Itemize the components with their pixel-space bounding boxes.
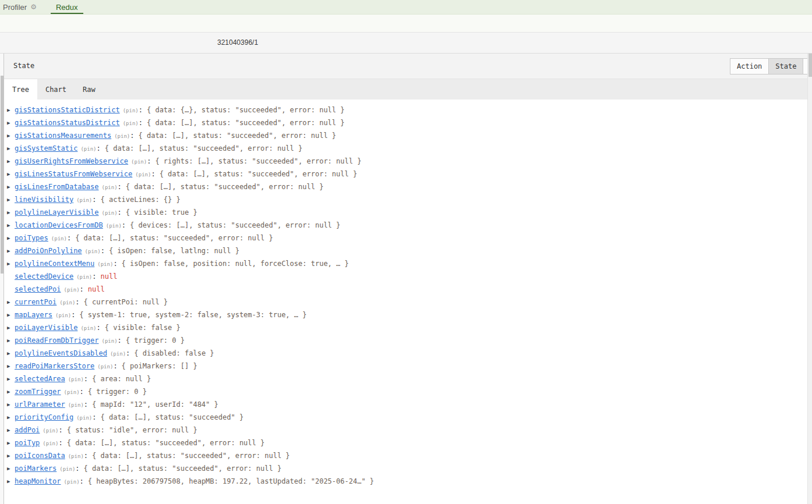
tree-row[interactable]: ▶selectedArea(pin):{ area: null } bbox=[6, 372, 807, 385]
tree-row[interactable]: ▶lineVisibility(pin):{ activeLines: {} } bbox=[6, 193, 807, 206]
pin-link[interactable]: (pin) bbox=[59, 300, 75, 306]
tree-row[interactable]: ▶priorityConfig(pin):{ data: […], status… bbox=[6, 411, 807, 424]
tree-row[interactable]: ▶gisStationsStatusDistrict(pin):{ data: … bbox=[6, 116, 807, 129]
state-key[interactable]: gisUserRightsFromWebservice bbox=[15, 157, 128, 165]
tree-row[interactable]: ▶addPoi(pin):{ status: "idle", error: nu… bbox=[6, 424, 807, 436]
tree-row[interactable]: ▶heapMonitor(pin):{ heapBytes: 206797508… bbox=[6, 475, 807, 488]
pin-link[interactable]: (pin) bbox=[68, 377, 84, 382]
state-key[interactable]: priorityConfig bbox=[15, 413, 73, 421]
state-key[interactable]: addPoi bbox=[15, 426, 40, 434]
pin-link[interactable]: (pin) bbox=[59, 466, 75, 472]
expand-arrow-icon[interactable]: ▶ bbox=[6, 257, 15, 270]
tree-row[interactable]: ▶readPoiMarkersStore(pin):{ poiMarkers: … bbox=[6, 360, 807, 372]
tree-row[interactable]: ▶gisLinesStatusFromWebservice(pin):{ dat… bbox=[6, 168, 807, 180]
pin-link[interactable]: (pin) bbox=[76, 415, 92, 421]
state-key[interactable]: gisLinesFromDatabase bbox=[15, 183, 99, 191]
tab-diff[interactable]: D bbox=[803, 58, 807, 74]
left-scrollbar[interactable] bbox=[0, 54, 4, 504]
pin-link[interactable]: (pin) bbox=[110, 351, 126, 357]
action-list-item[interactable]: 321040396/1 bbox=[217, 33, 258, 53]
pin-link[interactable]: (pin) bbox=[51, 236, 67, 242]
state-key[interactable]: polylineEventsDisabled bbox=[15, 349, 107, 357]
state-key[interactable]: selectedArea bbox=[15, 375, 65, 383]
tree-row[interactable]: ▶mapLayers(pin):{ system-1: true, system… bbox=[6, 308, 807, 321]
state-key[interactable]: polylineLayerVisible bbox=[15, 208, 99, 216]
gear-icon[interactable]: ⚙ bbox=[30, 3, 37, 10]
tree-row[interactable]: ▶polylineEventsDisabled(pin):{ disabled:… bbox=[6, 347, 807, 360]
expand-arrow-icon[interactable]: ▶ bbox=[6, 193, 15, 206]
tab-action[interactable]: Action bbox=[730, 58, 769, 74]
expand-arrow-icon[interactable]: ▶ bbox=[6, 398, 15, 411]
expand-arrow-icon[interactable]: ▶ bbox=[6, 308, 15, 321]
pin-link[interactable]: (pin) bbox=[80, 325, 96, 331]
tree-row[interactable]: ▶gisStationsMeasurements(pin):{ data: […… bbox=[6, 129, 807, 142]
right-scrollbar[interactable] bbox=[807, 54, 812, 504]
expand-arrow-icon[interactable]: ▶ bbox=[6, 321, 15, 334]
tree-row[interactable]: ▶poiTypes(pin):{ data: […], status: "suc… bbox=[6, 232, 807, 244]
pin-link[interactable]: (pin) bbox=[102, 210, 118, 216]
state-key[interactable]: addPoiOnPolyline bbox=[15, 247, 82, 255]
state-key[interactable]: selectedPoi bbox=[15, 285, 61, 293]
pin-link[interactable]: (pin) bbox=[114, 133, 130, 139]
expand-arrow-icon[interactable]: ▶ bbox=[6, 372, 15, 385]
tree-row[interactable]: ▶gisLinesFromDatabase(pin):{ data: […], … bbox=[6, 180, 807, 193]
state-key[interactable]: gisSystemStatic bbox=[15, 144, 77, 152]
tab-tree[interactable]: Tree bbox=[4, 79, 37, 100]
pin-link[interactable]: (pin) bbox=[76, 274, 92, 280]
tree-row[interactable]: ▶gisStationsStaticDistrict(pin):{ data: … bbox=[6, 104, 807, 116]
pin-link[interactable]: (pin) bbox=[55, 313, 71, 318]
state-key[interactable]: poiIconsData bbox=[15, 452, 65, 460]
tree-row[interactable]: ▶polylineContextMenu(pin):{ isOpen: fals… bbox=[6, 257, 807, 270]
pin-link[interactable]: (pin) bbox=[68, 402, 84, 408]
pin-link[interactable]: (pin) bbox=[68, 453, 84, 459]
tab-state[interactable]: State bbox=[768, 58, 803, 74]
expand-arrow-icon[interactable]: ▶ bbox=[6, 129, 15, 142]
right-scrollbar-thumb[interactable] bbox=[809, 54, 812, 77]
state-key[interactable]: gisStationsStaticDistrict bbox=[15, 106, 120, 114]
pin-link[interactable]: (pin) bbox=[63, 479, 79, 485]
pin-link[interactable]: (pin) bbox=[106, 223, 122, 229]
expand-arrow-icon[interactable]: ▶ bbox=[6, 206, 15, 219]
state-key[interactable]: gisLinesStatusFromWebservice bbox=[15, 170, 132, 178]
pin-link[interactable]: (pin) bbox=[131, 159, 147, 165]
tab-redux[interactable]: Redux bbox=[51, 0, 83, 14]
expand-arrow-icon[interactable]: ▶ bbox=[6, 424, 15, 436]
expand-arrow-icon[interactable]: ▶ bbox=[6, 334, 15, 347]
state-key[interactable]: heapMonitor bbox=[15, 477, 61, 485]
tab-profiler[interactable]: Profiler ⚙ bbox=[0, 0, 40, 14]
tree-row[interactable]: ▶poiIconsData(pin):{ data: […], status: … bbox=[6, 449, 807, 462]
expand-arrow-icon[interactable]: ▶ bbox=[6, 411, 15, 424]
expand-arrow-icon[interactable]: ▶ bbox=[6, 244, 15, 257]
state-key[interactable]: poiLayerVisible bbox=[15, 324, 77, 332]
state-key[interactable]: zoomTrigger bbox=[15, 388, 61, 396]
expand-arrow-icon[interactable]: ▶ bbox=[6, 360, 15, 372]
state-key[interactable]: locationDevicesFromDB bbox=[15, 221, 103, 229]
expand-arrow-icon[interactable]: ▶ bbox=[6, 385, 15, 398]
state-key[interactable]: mapLayers bbox=[15, 311, 52, 319]
state-key[interactable]: poiReadFromDbTrigger bbox=[15, 336, 99, 345]
expand-arrow-icon[interactable]: ▶ bbox=[6, 219, 15, 232]
state-key[interactable]: currentPoi bbox=[15, 298, 57, 306]
pin-link[interactable]: (pin) bbox=[123, 120, 139, 126]
expand-arrow-icon[interactable]: ▶ bbox=[6, 296, 15, 308]
state-key[interactable]: gisStationsStatusDistrict bbox=[15, 119, 120, 127]
pin-link[interactable]: (pin) bbox=[102, 338, 118, 344]
pin-link[interactable]: (pin) bbox=[43, 428, 58, 434]
tree-row[interactable]: ▶poiReadFromDbTrigger(pin):{ trigger: 0 … bbox=[6, 334, 807, 347]
expand-arrow-icon[interactable]: ▶ bbox=[6, 155, 15, 168]
tree-row[interactable]: ▶currentPoi(pin):{ currentPoi: null } bbox=[6, 296, 807, 308]
tree-row[interactable]: ▶poiMarkers(pin):{ data: […], status: "s… bbox=[6, 462, 807, 475]
expand-arrow-icon[interactable]: ▶ bbox=[6, 347, 15, 360]
expand-arrow-icon[interactable]: ▶ bbox=[6, 116, 15, 129]
state-key[interactable]: poiTypes bbox=[15, 234, 48, 242]
state-key[interactable]: poiTyp bbox=[15, 439, 40, 447]
tree-row[interactable]: ▶polylineLayerVisible(pin):{ visible: tr… bbox=[6, 206, 807, 219]
pin-link[interactable]: (pin) bbox=[63, 287, 79, 293]
expand-arrow-icon[interactable]: ▶ bbox=[6, 142, 15, 155]
pin-link[interactable]: (pin) bbox=[76, 197, 92, 203]
tab-chart[interactable]: Chart bbox=[37, 79, 75, 100]
tree-row[interactable]: selectedPoi(pin):null bbox=[6, 283, 807, 296]
state-key[interactable]: gisStationsMeasurements bbox=[15, 132, 111, 140]
expand-arrow-icon[interactable]: ▶ bbox=[6, 232, 15, 244]
state-key[interactable]: selectedDevice bbox=[15, 272, 73, 281]
